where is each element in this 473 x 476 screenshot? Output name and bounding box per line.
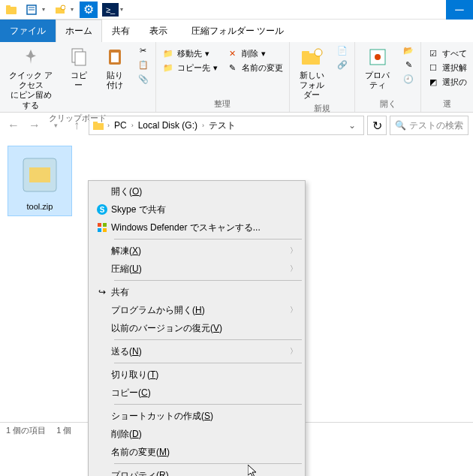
selectnone-icon: ☐: [427, 62, 439, 74]
cut-button[interactable]: ✂: [134, 44, 152, 57]
forward-button[interactable]: →: [26, 116, 44, 134]
select-none-button[interactable]: ☐選択解: [424, 61, 470, 74]
new-folder-button[interactable]: 新しい フォルダー: [293, 44, 331, 102]
quick-access-toolbar: ▾ ▾ ⚙ ≥_ ▾: [23, 2, 128, 18]
share-icon: ↪: [93, 287, 111, 297]
delete-button[interactable]: ✕削除 ▾: [224, 47, 286, 60]
rename-button[interactable]: ✎名前の変更: [224, 61, 286, 74]
status-selected-count: 1 個: [56, 425, 71, 436]
svg-rect-8: [75, 52, 86, 65]
chevron-right-icon: 〉: [290, 346, 297, 357]
tab-view[interactable]: 表示: [140, 20, 177, 42]
menu-skype-share[interactable]: SSkype で共有: [90, 200, 303, 218]
paste-shortcut-button[interactable]: 📎: [134, 72, 152, 86]
svg-rect-23: [103, 223, 107, 227]
chevron-right-icon[interactable]: ›: [107, 122, 110, 129]
scissors-icon: ✂: [137, 44, 149, 56]
svg-text:S: S: [100, 206, 105, 214]
breadcrumb-drive[interactable]: Local Disk (G:): [137, 120, 199, 131]
address-bar-row: ← → ▾ ↑ › PC › Local Disk (G:) › テスト ⌄ ↻…: [0, 113, 473, 138]
menu-cut[interactable]: 切り取り(T): [90, 366, 303, 384]
up-button[interactable]: ↑: [68, 116, 86, 134]
qat-dropdown-icon[interactable]: ▾: [42, 6, 50, 13]
menu-properties[interactable]: プロパティ(R): [90, 466, 303, 476]
chevron-right-icon[interactable]: ›: [131, 122, 134, 129]
menu-extract[interactable]: 解凍(X)〉: [90, 242, 303, 260]
menu-open[interactable]: 開く(O): [90, 182, 303, 200]
menu-send-to[interactable]: 送る(N)〉: [90, 342, 303, 360]
tab-share[interactable]: 共有: [102, 20, 140, 42]
menu-copy[interactable]: コピー(C): [90, 384, 303, 402]
search-placeholder: テストの検索: [409, 119, 463, 132]
svg-rect-24: [98, 228, 101, 232]
chevron-right-icon: 〉: [290, 305, 297, 315]
defender-icon: [93, 221, 111, 233]
select-group-label: 選: [424, 98, 470, 110]
menu-separator: [114, 239, 302, 240]
titlebar: ▾ ▾ ⚙ ≥_ ▾ 展開 テスト ─: [0, 0, 473, 20]
paste-label: 貼り付け: [103, 71, 127, 90]
svg-rect-10: [111, 53, 119, 62]
move-to-button[interactable]: 📁移動先 ▾: [159, 47, 221, 60]
pin-quickaccess-button[interactable]: クイック アクセス にピン留めする: [3, 44, 59, 112]
qat-dropdown-icon[interactable]: ▾: [71, 6, 78, 13]
copy-button[interactable]: コピー: [62, 44, 95, 92]
address-bar[interactable]: › PC › Local Disk (G:) › テスト ⌄: [89, 116, 364, 135]
svg-rect-17: [93, 122, 98, 124]
invert-selection-button[interactable]: ◩選択の: [424, 75, 470, 89]
qat-settings-icon[interactable]: ⚙: [80, 2, 98, 18]
qat-properties-icon[interactable]: [23, 2, 41, 18]
copy-to-button[interactable]: 📁コピー先 ▾: [159, 61, 221, 74]
chevron-right-icon[interactable]: ›: [202, 122, 204, 129]
context-menu: 開く(O) SSkype で共有 Windows Defender でスキャンす…: [88, 180, 306, 476]
tab-home[interactable]: ホーム: [56, 20, 102, 42]
search-input[interactable]: 🔍 テストの検索: [390, 116, 468, 135]
menu-open-with[interactable]: プログラムから開く(H)〉: [90, 301, 303, 319]
search-icon: 🔍: [395, 120, 406, 131]
menu-create-shortcut[interactable]: ショートカットの作成(S): [90, 407, 303, 425]
breadcrumb-folder[interactable]: テスト: [207, 119, 237, 132]
file-item-toolzip[interactable]: tool.zip: [8, 146, 72, 216]
qat-newfolder-icon[interactable]: [51, 2, 69, 18]
menu-compress[interactable]: 圧縮(U)〉: [90, 260, 303, 278]
properties-button[interactable]: プロパティ: [358, 44, 396, 92]
open-button[interactable]: 📂: [399, 44, 417, 57]
address-dropdown-icon[interactable]: ⌄: [344, 120, 360, 131]
svg-point-15: [375, 54, 381, 60]
breadcrumb-pc[interactable]: PC: [113, 120, 128, 131]
pin-icon: [19, 45, 43, 69]
easyaccess-icon: 🔗: [336, 59, 348, 71]
menu-defender-scan[interactable]: Windows Defender でスキャンする...: [90, 218, 303, 236]
moveto-icon: 📁: [162, 47, 174, 59]
app-icon: [3, 2, 20, 18]
select-all-button[interactable]: ☑すべて: [424, 47, 470, 60]
file-label: tool.zip: [27, 202, 53, 211]
qat-dropdown-icon[interactable]: ▾: [120, 6, 128, 13]
copy-icon: [67, 45, 91, 69]
easy-access-button[interactable]: 🔗: [333, 58, 351, 71]
history-button[interactable]: 🕘: [399, 72, 417, 86]
tab-compressed-tools[interactable]: 圧縮フォルダー ツール: [182, 20, 294, 42]
menu-delete[interactable]: 削除(D): [90, 425, 303, 443]
ribbon: クイック アクセス にピン留めする コピー 貼り付け ✂ 📋 📎 クリップボード…: [0, 42, 473, 113]
invert-icon: ◩: [427, 76, 439, 88]
recent-dropdown[interactable]: ▾: [47, 116, 65, 134]
tab-file[interactable]: ファイル: [0, 20, 56, 42]
back-button[interactable]: ←: [5, 116, 23, 134]
qat-powershell-icon[interactable]: ≥_: [102, 3, 119, 17]
edit-button[interactable]: ✎: [399, 58, 417, 71]
delete-icon: ✕: [227, 47, 239, 59]
menu-restore-versions[interactable]: 以前のバージョンの復元(V): [90, 319, 303, 337]
edit-icon: ✎: [402, 59, 414, 71]
svg-rect-22: [98, 223, 101, 227]
paste-button[interactable]: 貼り付け: [98, 44, 131, 92]
new-item-button[interactable]: 📄: [333, 44, 351, 57]
minimize-button[interactable]: ─: [446, 0, 473, 20]
copy-path-button[interactable]: 📋: [134, 58, 152, 71]
organize-group-label: 整理: [159, 98, 286, 110]
menu-rename[interactable]: 名前の変更(M): [90, 443, 303, 461]
menu-share[interactable]: ↪共有: [90, 283, 303, 301]
open-icon: 📂: [402, 44, 414, 56]
rename-icon: ✎: [227, 62, 239, 74]
refresh-button[interactable]: ↻: [367, 116, 387, 135]
